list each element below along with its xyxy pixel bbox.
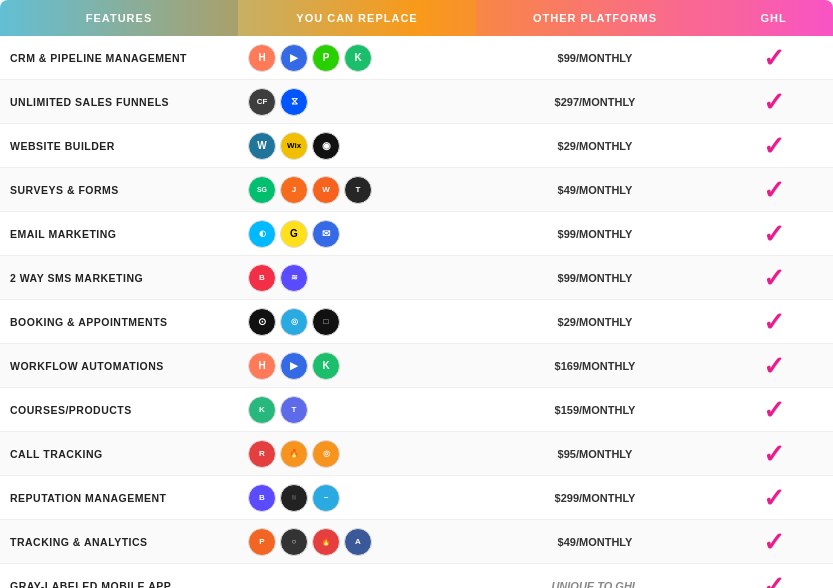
feature-label: WORKFLOW AUTOMATIONS: [0, 354, 238, 378]
table-row: UNLIMITED SALES FUNNELSCF⧖$297/MONTHLY✓: [0, 80, 833, 124]
app-icon: ≋: [280, 264, 308, 292]
app-icon: CF: [248, 88, 276, 116]
app-icon: ○: [280, 528, 308, 556]
replace-icons: KT: [238, 390, 476, 430]
ghl-cell: ✓: [714, 171, 833, 209]
replace-icons: SGJWT: [238, 170, 476, 210]
price-cell: $29/MONTHLY: [476, 134, 714, 158]
app-icon: K: [248, 396, 276, 424]
app-icon: ▶: [280, 352, 308, 380]
app-icon: ▶: [280, 44, 308, 72]
checkmark-icon: ✓: [763, 45, 785, 71]
price-cell: $297/MONTHLY: [476, 90, 714, 114]
table-row: EMAIL MARKETING◐G✉$99/MONTHLY✓: [0, 212, 833, 256]
app-icon: Wix: [280, 132, 308, 160]
price-cell: $99/MONTHLY: [476, 222, 714, 246]
table-row: COURSES/PRODUCTSKT$159/MONTHLY✓: [0, 388, 833, 432]
app-icon: □: [312, 308, 340, 336]
header-ghl: GHL: [714, 0, 833, 36]
price-cell: $99/MONTHLY: [476, 46, 714, 70]
app-icon: W: [248, 132, 276, 160]
feature-label: BOOKING & APPOINTMENTS: [0, 310, 238, 334]
app-icon: 🔥: [312, 528, 340, 556]
table-row: CRM & PIPELINE MANAGEMENTH▶PK$99/MONTHLY…: [0, 36, 833, 80]
app-icon: J: [280, 176, 308, 204]
checkmark-icon: ✓: [763, 309, 785, 335]
ghl-cell: ✓: [714, 303, 833, 341]
ghl-cell: ✓: [714, 479, 833, 517]
table-row: BOOKING & APPOINTMENTS⊙◎□$29/MONTHLY✓: [0, 300, 833, 344]
replace-icons: P○🔥A: [238, 522, 476, 562]
checkmark-icon: ✓: [763, 485, 785, 511]
checkmark-icon: ✓: [763, 265, 785, 291]
ghl-cell: ✓: [714, 347, 833, 385]
feature-label: TRACKING & ANALYTICS: [0, 530, 238, 554]
app-icon: W: [312, 176, 340, 204]
app-icon: T: [280, 396, 308, 424]
app-icon: ⧖: [280, 88, 308, 116]
app-icon: ◾: [280, 484, 308, 512]
table-row: CALL TRACKINGR🔥◎$95/MONTHLY✓: [0, 432, 833, 476]
table-row: 2 WAY SMS MARKETINGB≋$99/MONTHLY✓: [0, 256, 833, 300]
table-row: GRAY-LABELED MOBILE APPUNIQUE TO GHL✓: [0, 564, 833, 588]
replace-icons: B◾~: [238, 478, 476, 518]
checkmark-icon: ✓: [763, 89, 785, 115]
price-cell: $99/MONTHLY: [476, 266, 714, 290]
ghl-cell: ✓: [714, 215, 833, 253]
app-icon: ⊙: [248, 308, 276, 336]
ghl-cell: ✓: [714, 83, 833, 121]
app-icon: ◐: [248, 220, 276, 248]
feature-label: 2 WAY SMS MARKETING: [0, 266, 238, 290]
table-header: FEATURES YOU CAN REPLACE OTHER PLATFORMS…: [0, 0, 833, 36]
replace-icons: ◐G✉: [238, 214, 476, 254]
table-row: TRACKING & ANALYTICSP○🔥A$49/MONTHLY✓: [0, 520, 833, 564]
price-cell: $29/MONTHLY: [476, 310, 714, 334]
ghl-cell: ✓: [714, 259, 833, 297]
price-cell: $49/MONTHLY: [476, 530, 714, 554]
price-cell: $49/MONTHLY: [476, 178, 714, 202]
ghl-cell: ✓: [714, 567, 833, 589]
replace-icons: R🔥◎: [238, 434, 476, 474]
comparison-table: FEATURES YOU CAN REPLACE OTHER PLATFORMS…: [0, 0, 833, 588]
feature-label: SURVEYS & FORMS: [0, 178, 238, 202]
replace-icons: H▶PK: [238, 38, 476, 78]
replace-icons: B≋: [238, 258, 476, 298]
app-icon: ◉: [312, 132, 340, 160]
price-cell: $299/MONTHLY: [476, 486, 714, 510]
app-icon: R: [248, 440, 276, 468]
checkmark-icon: ✓: [763, 177, 785, 203]
checkmark-icon: ✓: [763, 221, 785, 247]
table-body: CRM & PIPELINE MANAGEMENTH▶PK$99/MONTHLY…: [0, 36, 833, 588]
app-icon: A: [344, 528, 372, 556]
feature-label: CRM & PIPELINE MANAGEMENT: [0, 46, 238, 70]
feature-label: WEBSITE BUILDER: [0, 134, 238, 158]
replace-icons: H▶K: [238, 346, 476, 386]
feature-label: EMAIL MARKETING: [0, 222, 238, 246]
app-icon: K: [344, 44, 372, 72]
table-row: WORKFLOW AUTOMATIONSH▶K$169/MONTHLY✓: [0, 344, 833, 388]
feature-label: COURSES/PRODUCTS: [0, 398, 238, 422]
app-icon: P: [312, 44, 340, 72]
feature-label: CALL TRACKING: [0, 442, 238, 466]
table-row: REPUTATION MANAGEMENTB◾~$299/MONTHLY✓: [0, 476, 833, 520]
checkmark-icon: ✓: [763, 133, 785, 159]
feature-label: REPUTATION MANAGEMENT: [0, 486, 238, 510]
replace-icons: WWix◉: [238, 126, 476, 166]
app-icon: K: [312, 352, 340, 380]
feature-label: UNLIMITED SALES FUNNELS: [0, 90, 238, 114]
app-icon: H: [248, 352, 276, 380]
replace-icons: CF⧖: [238, 82, 476, 122]
ghl-cell: ✓: [714, 391, 833, 429]
checkmark-icon: ✓: [763, 529, 785, 555]
checkmark-icon: ✓: [763, 397, 785, 423]
feature-label: GRAY-LABELED MOBILE APP: [0, 574, 238, 589]
app-icon: ◎: [280, 308, 308, 336]
app-icon: ◎: [312, 440, 340, 468]
header-other: OTHER PLATFORMS: [476, 0, 714, 36]
app-icon: SG: [248, 176, 276, 204]
app-icon: H: [248, 44, 276, 72]
replace-icons: ⊙◎□: [238, 302, 476, 342]
checkmark-icon: ✓: [763, 441, 785, 467]
app-icon: 🔥: [280, 440, 308, 468]
price-cell: UNIQUE TO GHL: [476, 574, 714, 589]
